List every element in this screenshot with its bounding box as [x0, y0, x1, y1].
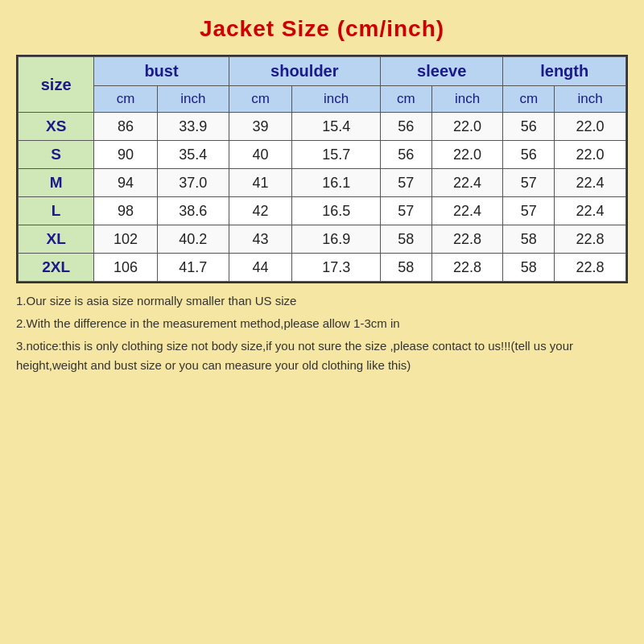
- sleeve-cm-unit: cm: [380, 86, 431, 113]
- shoulder-cm-cell: 41: [229, 169, 292, 197]
- table-row: XS8633.93915.45622.05622.0: [19, 113, 626, 141]
- length-in-cell: 22.4: [555, 197, 626, 225]
- sleeve-in-cell: 22.8: [431, 254, 503, 282]
- length-in-cell: 22.4: [555, 169, 626, 197]
- sleeve-header: sleeve: [380, 57, 503, 86]
- length-cm-cell: 57: [503, 197, 555, 225]
- sleeve-cm-cell: 58: [380, 254, 431, 282]
- page-title: Jacket Size (cm/inch): [200, 16, 444, 42]
- bust-cm-cell: 102: [94, 225, 158, 254]
- size-cell: L: [19, 197, 94, 225]
- sleeve-in-cell: 22.4: [431, 169, 503, 197]
- sleeve-in-cell: 22.4: [431, 197, 503, 225]
- length-in-cell: 22.0: [555, 141, 626, 169]
- size-header: size: [19, 57, 94, 113]
- length-header: length: [503, 57, 626, 86]
- bust-inch-unit: inch: [157, 86, 229, 113]
- bust-cm-cell: 98: [94, 197, 158, 225]
- sleeve-in-cell: 22.0: [431, 141, 503, 169]
- size-cell: XS: [19, 113, 94, 141]
- bust-cm-unit: cm: [94, 86, 158, 113]
- sleeve-in-cell: 22.8: [431, 225, 503, 254]
- sleeve-cm-cell: 56: [380, 113, 431, 141]
- length-cm-unit: cm: [503, 86, 555, 113]
- sleeve-cm-cell: 57: [380, 169, 431, 197]
- shoulder-header: shoulder: [229, 57, 380, 86]
- sleeve-in-cell: 22.0: [431, 113, 503, 141]
- sleeve-inch-unit: inch: [431, 86, 503, 113]
- length-in-cell: 22.8: [555, 225, 626, 254]
- bust-cm-cell: 94: [94, 169, 158, 197]
- size-table-wrapper: size bust shoulder sleeve length cm inch…: [16, 55, 628, 283]
- table-row: L9838.64216.55722.45722.4: [19, 197, 626, 225]
- note-2: 2.With the difference in the measurement…: [16, 314, 628, 333]
- bust-cm-cell: 106: [94, 254, 158, 282]
- sleeve-cm-cell: 57: [380, 197, 431, 225]
- sleeve-cm-cell: 56: [380, 141, 431, 169]
- shoulder-in-cell: 16.5: [292, 197, 381, 225]
- bust-header: bust: [94, 57, 229, 86]
- length-in-cell: 22.8: [555, 254, 626, 282]
- bust-in-cell: 38.6: [157, 197, 229, 225]
- length-in-cell: 22.0: [555, 113, 626, 141]
- length-cm-cell: 56: [503, 113, 555, 141]
- note-1: 1.Our size is asia size normally smaller…: [16, 291, 628, 311]
- bust-in-cell: 40.2: [157, 225, 229, 254]
- shoulder-in-cell: 15.4: [292, 113, 381, 141]
- sleeve-cm-cell: 58: [380, 225, 431, 254]
- size-cell: XL: [19, 225, 94, 254]
- shoulder-in-cell: 16.1: [292, 169, 381, 197]
- length-cm-cell: 56: [503, 141, 555, 169]
- shoulder-cm-cell: 40: [229, 141, 292, 169]
- length-cm-cell: 58: [503, 254, 555, 282]
- size-cell: S: [19, 141, 94, 169]
- size-table: size bust shoulder sleeve length cm inch…: [18, 56, 626, 282]
- table-row: XL10240.24316.95822.85822.8: [19, 225, 626, 254]
- length-cm-cell: 58: [503, 225, 555, 254]
- shoulder-cm-cell: 42: [229, 197, 292, 225]
- bust-in-cell: 37.0: [157, 169, 229, 197]
- shoulder-in-cell: 17.3: [292, 254, 381, 282]
- length-cm-cell: 57: [503, 169, 555, 197]
- bust-in-cell: 33.9: [157, 113, 229, 141]
- shoulder-cm-cell: 39: [229, 113, 292, 141]
- bust-in-cell: 41.7: [157, 254, 229, 282]
- shoulder-cm-cell: 43: [229, 225, 292, 254]
- shoulder-cm-unit: cm: [229, 86, 292, 113]
- bust-in-cell: 35.4: [157, 141, 229, 169]
- note-3: 3.notice:this is only clothing size not …: [16, 336, 628, 375]
- length-inch-unit: inch: [555, 86, 626, 113]
- shoulder-cm-cell: 44: [229, 254, 292, 282]
- shoulder-in-cell: 16.9: [292, 225, 381, 254]
- size-cell: M: [19, 169, 94, 197]
- table-row: S9035.44015.75622.05622.0: [19, 141, 626, 169]
- table-row: M9437.04116.15722.45722.4: [19, 169, 626, 197]
- notes-section: 1.Our size is asia size normally smaller…: [16, 291, 628, 378]
- bust-cm-cell: 86: [94, 113, 158, 141]
- shoulder-inch-unit: inch: [292, 86, 381, 113]
- table-row: 2XL10641.74417.35822.85822.8: [19, 254, 626, 282]
- bust-cm-cell: 90: [94, 141, 158, 169]
- shoulder-in-cell: 15.7: [292, 141, 381, 169]
- size-cell: 2XL: [19, 254, 94, 282]
